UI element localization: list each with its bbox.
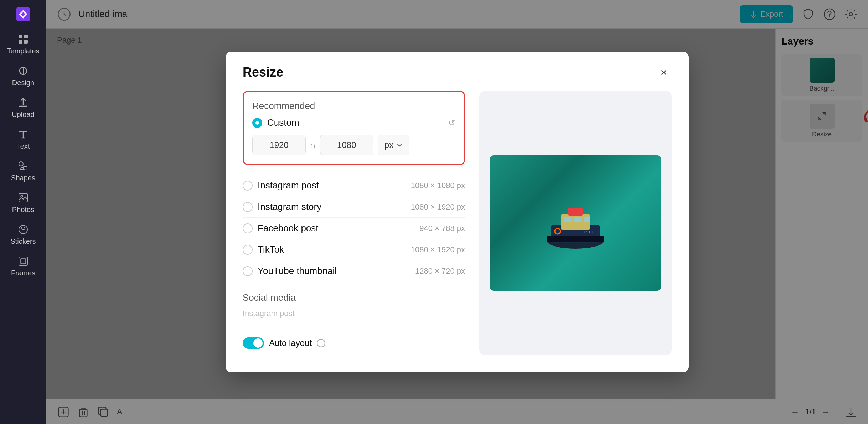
sidebar-item-design[interactable]: Design xyxy=(0,60,46,92)
preset-options-list: Instagram post 1080 × 1080 px Instagram … xyxy=(243,175,465,281)
sidebar-item-stickers[interactable]: Stickers xyxy=(0,219,46,250)
sidebar-photos-label: Photos xyxy=(12,206,34,214)
boat-svg: PILOT xyxy=(518,179,632,268)
tiktok-radio[interactable] xyxy=(243,245,253,255)
custom-label: Custom xyxy=(267,117,443,128)
instagram-story-radio[interactable] xyxy=(243,202,253,212)
youtube-thumbnail-dims: 1280 × 720 px xyxy=(415,267,465,276)
modal-preview-panel: PILOT xyxy=(479,91,672,355)
facebook-post-label: Facebook post xyxy=(258,223,414,234)
instagram-post-dims: 1080 × 1080 px xyxy=(411,181,465,190)
youtube-thumbnail-label: YouTube thumbnail xyxy=(258,265,410,276)
dimension-inputs: ∩ px xyxy=(252,135,455,155)
app-logo[interactable] xyxy=(12,4,34,25)
tiktok-option[interactable]: TikTok 1080 × 1920 px xyxy=(243,239,465,260)
custom-option-row[interactable]: Custom ↺ xyxy=(252,117,455,128)
width-input[interactable] xyxy=(252,135,306,155)
sidebar-templates-label: Templates xyxy=(7,47,39,55)
svg-rect-29 xyxy=(574,217,581,222)
youtube-thumbnail-option[interactable]: YouTube thumbnail 1280 × 720 px xyxy=(243,260,465,281)
recommended-section: Recommended Custom ↺ ∩ xyxy=(243,91,465,165)
svg-rect-4 xyxy=(24,40,28,44)
height-input[interactable] xyxy=(320,135,373,155)
tiktok-label: TikTok xyxy=(258,244,406,255)
sidebar-shapes-label: Shapes xyxy=(11,174,35,182)
svg-point-9 xyxy=(21,195,23,197)
modal-overlay: Resize × Recommended Custom ↺ xyxy=(46,0,868,424)
instagram-post-option[interactable]: Instagram post 1080 × 1080 px xyxy=(243,175,465,196)
preview-image: PILOT xyxy=(490,155,661,291)
sidebar-text-label: Text xyxy=(17,142,30,150)
auto-layout-toggle[interactable] xyxy=(243,337,264,349)
facebook-post-option[interactable]: Facebook post 940 × 788 px xyxy=(243,218,465,239)
svg-rect-3 xyxy=(19,40,22,44)
custom-radio[interactable] xyxy=(252,118,262,128)
auto-layout-label: Auto layout xyxy=(269,338,312,348)
tiktok-dims: 1080 × 1920 px xyxy=(411,245,465,254)
recommended-title: Recommended xyxy=(252,100,455,112)
svg-point-12 xyxy=(24,227,25,228)
sidebar-item-text[interactable]: Text xyxy=(0,124,46,155)
youtube-thumbnail-radio[interactable] xyxy=(243,266,253,276)
svg-rect-2 xyxy=(24,35,28,38)
instagram-story-dims: 1080 × 1920 px xyxy=(411,202,465,212)
sidebar-design-label: Design xyxy=(12,79,34,87)
auto-layout-row: Auto layout i xyxy=(243,331,465,355)
instagram-post-label: Instagram post xyxy=(258,180,406,191)
unit-select[interactable]: px xyxy=(378,135,409,155)
sidebar-item-photos[interactable]: Photos xyxy=(0,187,46,219)
instagram-story-option[interactable]: Instagram story 1080 × 1920 px xyxy=(243,196,465,218)
instagram-post-radio[interactable] xyxy=(243,181,253,191)
unit-label: px xyxy=(384,140,393,150)
svg-rect-13 xyxy=(19,257,27,265)
modal-header: Resize × xyxy=(226,52,689,80)
toggle-knob xyxy=(253,338,263,348)
svg-rect-1 xyxy=(19,35,22,38)
social-media-section: Social media Instagram post xyxy=(243,289,465,324)
social-media-instagram-sub: Instagram post xyxy=(243,307,465,320)
sidebar: Templates Design Upload Text xyxy=(0,0,46,424)
sidebar-frames-label: Frames xyxy=(11,269,35,277)
svg-rect-30 xyxy=(584,217,590,222)
svg-rect-14 xyxy=(21,259,26,264)
svg-point-6 xyxy=(19,162,23,166)
sidebar-item-upload[interactable]: Upload xyxy=(0,92,46,124)
resize-modal: Resize × Recommended Custom ↺ xyxy=(226,52,689,372)
modal-left-panel: Recommended Custom ↺ ∩ xyxy=(243,91,465,355)
svg-rect-31 xyxy=(547,236,604,242)
facebook-post-radio[interactable] xyxy=(243,223,253,233)
sidebar-stickers-label: Stickers xyxy=(10,237,36,245)
auto-layout-info-icon[interactable]: i xyxy=(317,339,325,347)
modal-close-button[interactable]: × xyxy=(656,64,672,80)
svg-rect-28 xyxy=(564,217,571,222)
modal-title: Resize xyxy=(243,65,283,80)
sidebar-item-shapes[interactable]: Shapes xyxy=(0,155,46,187)
refresh-icon[interactable]: ↺ xyxy=(448,118,455,128)
modal-footer: Resize Resize on new page xyxy=(226,366,689,372)
sidebar-item-frames[interactable]: Frames xyxy=(0,250,46,282)
instagram-story-label: Instagram story xyxy=(258,201,406,212)
facebook-post-dims: 940 × 788 px xyxy=(419,224,465,233)
dim-separator: ∩ xyxy=(310,140,316,150)
sidebar-item-templates[interactable]: Templates xyxy=(0,29,46,60)
svg-point-11 xyxy=(21,227,22,228)
svg-rect-27 xyxy=(568,208,583,216)
svg-text:PILOT: PILOT xyxy=(584,230,594,234)
modal-body: Recommended Custom ↺ ∩ xyxy=(226,80,689,366)
sidebar-upload-label: Upload xyxy=(12,110,34,119)
social-media-title: Social media xyxy=(243,292,465,303)
